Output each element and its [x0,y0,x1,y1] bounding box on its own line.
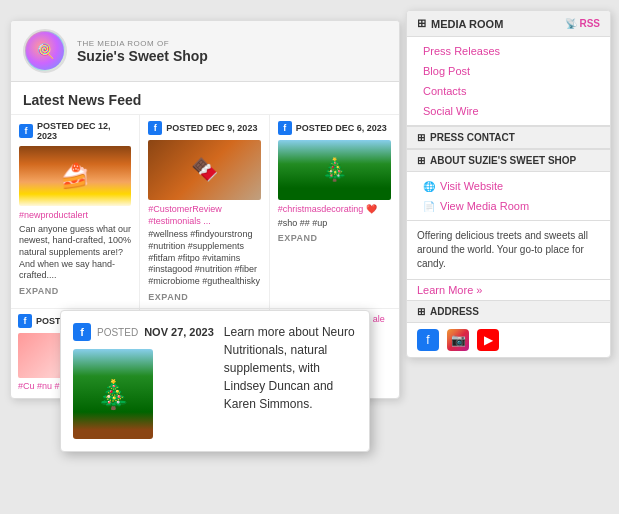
latest-news-heading: Latest News Feed [11,82,399,115]
rss-icon: 📡 [565,18,577,29]
learn-more-link[interactable]: Learn More » [407,280,610,300]
media-room-header: 🍭 THE MEDIA ROOM OF Suzie's Sweet Shop [11,21,399,82]
post-hashtag-1: #newproductalert [19,210,131,222]
menu-item-press-releases[interactable]: Press Releases [407,41,610,61]
address-label: ADDRESS [430,306,479,317]
post-image-3: 🎄 [278,140,391,200]
view-media-room-link[interactable]: 📄 View Media Room [407,196,610,216]
post-header-1: f POSTED DEC 12, 2023 [19,121,131,141]
sidebar-header: ⊞ MEDIA ROOM 📡 RSS [407,11,610,37]
about-label: ABOUT SUZIE'S SWEET SHOP [430,155,576,166]
sidebar-panel: ⊞ MEDIA ROOM 📡 RSS Press Releases Blog P… [406,10,611,358]
plus-icon: ⊞ [417,17,426,30]
overlay-left: f POSTED NOV 27, 2023 🎄 [73,323,214,439]
sidebar-links: 🌐 Visit Website 📄 View Media Room [407,172,610,221]
facebook-icon-2: f [148,121,162,135]
press-contact-label: PRESS CONTACT [430,132,515,143]
visit-website-link[interactable]: 🌐 Visit Website [407,176,610,196]
about-icon: ⊞ [417,155,425,166]
press-contact-icon: ⊞ [417,132,425,143]
instagram-social-icon[interactable]: 📷 [447,329,469,351]
facebook-icon-1: f [19,124,33,138]
youtube-social-icon[interactable]: ▶ [477,329,499,351]
post-header-2: f POSTED DEC 9, 2023 [148,121,260,135]
logo-circle: 🍭 [23,29,67,73]
sidebar-title-text: MEDIA ROOM [431,18,503,30]
facebook-social-icon[interactable]: f [417,329,439,351]
menu-item-blog-post[interactable]: Blog Post [407,61,610,81]
post-body-2: #wellness #findyourstrong #nutrition #su… [148,229,260,287]
menu-item-contacts[interactable]: Contacts [407,81,610,101]
logo-inner: 🍭 [26,32,64,70]
post-image-1: 🍰 [19,146,131,206]
shop-name: Suzie's Sweet Shop [77,48,208,64]
overlay-post-header: f POSTED NOV 27, 2023 [73,323,214,341]
post-date-3: POSTED DEC 6, 2023 [296,123,387,133]
sidebar-description: Offering delicious treets and sweets all… [407,221,610,280]
news-card-3: f POSTED DEC 6, 2023 🎄 #christmasdecorat… [270,115,399,308]
menu-item-social-wire[interactable]: Social Wire [407,101,610,121]
overlay-posted-label: POSTED [97,327,138,338]
post-header-3: f POSTED DEC 6, 2023 [278,121,391,135]
description-text: Offering delicious treets and sweets all… [417,230,588,269]
press-contact-header: ⊞ PRESS CONTACT [407,126,610,149]
social-icons-bar: f 📷 ▶ [407,323,610,357]
rss-link[interactable]: 📡 RSS [565,18,600,29]
news-grid-row1: f POSTED DEC 12, 2023 🍰 #newproductalert… [11,115,399,309]
address-icon: ⊞ [417,306,425,317]
post-body-1: Can anyone guess what our newest, hand-c… [19,224,131,282]
post-date-1: POSTED DEC 12, 2023 [37,121,131,141]
post-image-2: 🍫 [148,140,260,200]
sidebar-title: ⊞ MEDIA ROOM [417,17,503,30]
doc-icon: 📄 [423,201,435,212]
about-header: ⊞ ABOUT SUZIE'S SWEET SHOP [407,149,610,172]
news-card-2: f POSTED DEC 9, 2023 🍫 #CustomerReview #… [140,115,269,308]
overlay-text: Learn more about Neuro Nutritionals, nat… [224,323,357,413]
overlay-facebook-icon: f [73,323,91,341]
overlay-image: 🎄 [73,349,153,439]
post-date-2: POSTED DEC 9, 2023 [166,123,257,133]
header-text: THE MEDIA ROOM OF Suzie's Sweet Shop [77,39,208,64]
post-hashtag-2: #CustomerReview #testimonials ... [148,204,260,227]
news-card-1: f POSTED DEC 12, 2023 🍰 #newproductalert… [11,115,140,308]
post-body-3: #sho ## #up [278,218,391,230]
expand-button-1[interactable]: EXPAND [19,286,131,296]
rss-label: RSS [579,18,600,29]
post-hashtag-3: #christmasdecorating ❤️ [278,204,391,216]
sidebar-menu: Press Releases Blog Post Contacts Social… [407,37,610,126]
facebook-icon-3: f [278,121,292,135]
media-room-label: THE MEDIA ROOM OF [77,39,208,48]
globe-icon: 🌐 [423,181,435,192]
address-header: ⊞ ADDRESS [407,300,610,323]
visit-website-label: Visit Website [440,180,503,192]
expand-button-3[interactable]: EXPAND [278,233,391,243]
expand-button-2[interactable]: EXPAND [148,292,260,302]
overlay-date: NOV 27, 2023 [144,326,214,338]
view-media-room-label: View Media Room [440,200,529,212]
overlay-card: f POSTED NOV 27, 2023 🎄 Learn more about… [60,310,370,452]
facebook-icon-4: f [18,314,32,328]
